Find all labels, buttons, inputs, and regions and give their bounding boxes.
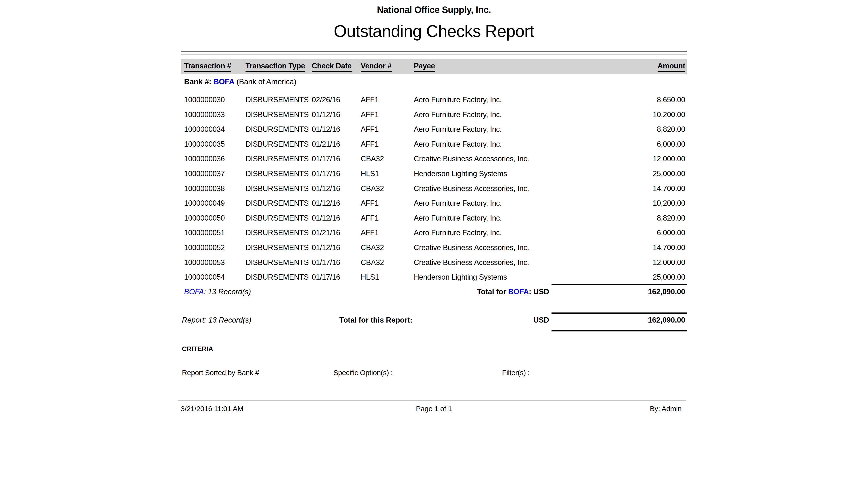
cell-transaction-type: DISBURSEMENTS: [245, 258, 312, 273]
report-content: National Office Supply, Inc. Outstanding…: [181, 0, 687, 504]
criteria-heading: CRITERIA: [182, 345, 213, 353]
bank-total-label: Total for BOFA: USD: [477, 288, 549, 296]
cell-check-date: 01/12/16: [312, 214, 361, 228]
row-spacer: [181, 273, 184, 288]
row-spacer: [181, 243, 184, 258]
column-header-label: Check Date: [312, 62, 352, 72]
cell-check-date: 01/21/16: [312, 228, 361, 243]
cell-transaction-no: 1000000033: [184, 110, 245, 125]
table-row: 1000000053DISBURSEMENTS01/17/16CBA32Crea…: [181, 258, 687, 273]
row-spacer: [181, 214, 184, 228]
cell-transaction-no: 1000000030: [184, 95, 245, 110]
cell-transaction-type: DISBURSEMENTS: [245, 184, 312, 199]
column-header-label: Amount: [658, 62, 685, 72]
bank-total-amount: 162,090.00: [648, 288, 685, 296]
cell-vendor-no: AFF1: [361, 125, 414, 140]
cell-amount: 12,000.00: [610, 154, 687, 169]
cell-transaction-no: 1000000054: [184, 273, 245, 288]
column-header-payee[interactable]: Payee: [414, 62, 610, 72]
title-divider-dark: [181, 51, 687, 52]
cell-payee: Aero Furniture Factory, Inc.: [414, 214, 610, 228]
cell-payee: Creative Business Accessories, Inc.: [414, 258, 610, 273]
cell-amount: 14,700.00: [610, 243, 687, 258]
cell-payee: Aero Furniture Factory, Inc.: [414, 140, 610, 155]
cell-check-date: 01/21/16: [312, 140, 361, 155]
cell-payee: Aero Furniture Factory, Inc.: [414, 228, 610, 243]
row-spacer: [181, 258, 184, 273]
criteria-sorted-by: Report Sorted by Bank #: [182, 369, 259, 377]
bank-record-count-text: : 13 Record(s): [204, 288, 251, 296]
cell-amount: 10,200.00: [610, 110, 687, 125]
bank-code-link[interactable]: BOFA: [508, 288, 529, 296]
cell-amount: 14,700.00: [610, 184, 687, 199]
cell-check-date: 01/17/16: [312, 258, 361, 273]
cell-check-date: 01/17/16: [312, 169, 361, 184]
column-header-vendor-no[interactable]: Vendor #: [361, 62, 414, 72]
row-spacer: [181, 125, 184, 140]
cell-vendor-no: AFF1: [361, 140, 414, 155]
cell-transaction-type: DISBURSEMENTS: [245, 140, 312, 155]
cell-vendor-no: CBA32: [361, 184, 414, 199]
cell-transaction-no: 1000000035: [184, 140, 245, 155]
cell-payee: Creative Business Accessories, Inc.: [414, 184, 610, 199]
bank-code-link[interactable]: BOFA: [184, 288, 204, 296]
table-header-row: Transaction # Transaction Type Check Dat…: [181, 59, 687, 74]
cell-vendor-no: AFF1: [361, 228, 414, 243]
cell-vendor-no: AFF1: [361, 214, 414, 228]
bank-subtotal-rule: [552, 284, 687, 285]
cell-vendor-no: CBA32: [361, 258, 414, 273]
report-record-count: Report: 13 Record(s): [182, 316, 251, 324]
cell-payee: Creative Business Accessories, Inc.: [414, 154, 610, 169]
cell-vendor-no: AFF1: [361, 199, 414, 214]
footer-run-by: By: Admin: [650, 405, 682, 413]
cell-transaction-no: 1000000050: [184, 214, 245, 228]
cell-amount: 25,000.00: [610, 169, 687, 184]
column-header-amount[interactable]: Amount: [610, 62, 687, 72]
report-total-rule-bottom: [552, 330, 687, 332]
report-total-rule-top: [552, 312, 687, 314]
table-row: 1000000037DISBURSEMENTS01/17/16HLS1Hende…: [181, 169, 687, 184]
cell-check-date: 01/17/16: [312, 154, 361, 169]
table-row: 1000000036DISBURSEMENTS01/17/16CBA32Crea…: [181, 154, 687, 169]
cell-amount: 8,650.00: [610, 95, 687, 110]
report-total-label: Total for this Report:: [339, 316, 412, 324]
table-body: 1000000030DISBURSEMENTS02/26/16AFF1Aero …: [181, 95, 687, 288]
cell-transaction-no: 1000000034: [184, 125, 245, 140]
column-header-check-date[interactable]: Check Date: [312, 62, 361, 72]
row-spacer: [181, 140, 184, 155]
cell-payee: Aero Furniture Factory, Inc.: [414, 110, 610, 125]
title-divider-light: [181, 54, 687, 55]
column-header-transaction-type[interactable]: Transaction Type: [245, 62, 312, 72]
cell-check-date: 01/12/16: [312, 243, 361, 258]
cell-transaction-no: 1000000049: [184, 199, 245, 214]
bank-group-header: Bank #: BOFA (Bank of America): [184, 77, 296, 86]
row-spacer: [181, 184, 184, 199]
cell-transaction-no: 1000000037: [184, 169, 245, 184]
cell-amount: 10,200.00: [610, 199, 687, 214]
column-header-label: Transaction Type: [245, 62, 305, 72]
table-row: 1000000035DISBURSEMENTS01/21/16AFF1Aero …: [181, 140, 687, 155]
cell-transaction-type: DISBURSEMENTS: [245, 273, 312, 288]
cell-transaction-no: 1000000052: [184, 243, 245, 258]
column-header-transaction-no[interactable]: Transaction #: [184, 62, 245, 72]
cell-amount: 8,820.00: [610, 125, 687, 140]
report-total-amount: 162,090.00: [648, 316, 685, 324]
cell-transaction-type: DISBURSEMENTS: [245, 214, 312, 228]
cell-vendor-no: AFF1: [361, 110, 414, 125]
cell-transaction-no: 1000000036: [184, 154, 245, 169]
cell-vendor-no: HLS1: [361, 273, 414, 288]
cell-transaction-type: DISBURSEMENTS: [245, 169, 312, 184]
table-row: 1000000051DISBURSEMENTS01/21/16AFF1Aero …: [181, 228, 687, 243]
bank-code-link[interactable]: BOFA: [213, 77, 235, 86]
cell-payee: Aero Furniture Factory, Inc.: [414, 125, 610, 140]
table-row: 1000000033DISBURSEMENTS01/12/16AFF1Aero …: [181, 110, 687, 125]
cell-vendor-no: AFF1: [361, 95, 414, 110]
cell-amount: 8,820.00: [610, 214, 687, 228]
cell-check-date: 01/12/16: [312, 184, 361, 199]
cell-transaction-type: DISBURSEMENTS: [245, 125, 312, 140]
row-spacer: [181, 228, 184, 243]
bank-record-count: BOFA: 13 Record(s): [184, 288, 251, 296]
cell-check-date: 01/12/16: [312, 125, 361, 140]
cell-vendor-no: HLS1: [361, 169, 414, 184]
cell-transaction-type: DISBURSEMENTS: [245, 228, 312, 243]
